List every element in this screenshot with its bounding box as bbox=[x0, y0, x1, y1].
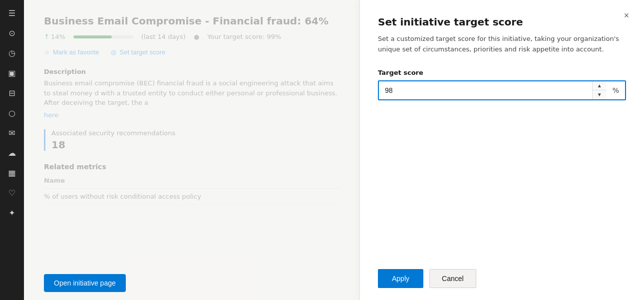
panel-title: Set initiative target score bbox=[378, 16, 626, 28]
panel-description: Set a customized target score for this i… bbox=[378, 34, 626, 55]
overlay bbox=[24, 0, 359, 300]
main-content: Business Email Compromise - Financial fr… bbox=[24, 0, 359, 300]
set-target-score-panel: × Set initiative target score Set a cust… bbox=[359, 0, 644, 300]
chart-icon[interactable]: ▦ bbox=[3, 164, 21, 182]
mail-icon[interactable]: ✉ bbox=[3, 124, 21, 142]
clock-icon[interactable]: ◷ bbox=[3, 44, 21, 62]
spinner-up-button[interactable]: ▲ bbox=[593, 81, 607, 90]
people-icon[interactable]: ⊙ bbox=[3, 24, 21, 42]
device-icon[interactable]: ▣ bbox=[3, 64, 21, 82]
spinner-controls: ▲ ▼ bbox=[592, 81, 607, 99]
panel-footer: Apply Cancel bbox=[378, 269, 626, 288]
user-icon[interactable]: ○ bbox=[3, 104, 21, 122]
bottom-bar: Open initiative page bbox=[24, 266, 359, 300]
spinner-down-button[interactable]: ▼ bbox=[593, 90, 607, 99]
target-score-input-group: ▲ ▼ % bbox=[378, 80, 626, 100]
close-button[interactable]: × bbox=[619, 8, 634, 23]
target-score-input[interactable] bbox=[379, 82, 592, 98]
puzzle-icon[interactable]: ✦ bbox=[3, 204, 21, 222]
field-label: Target score bbox=[378, 69, 626, 76]
cancel-button[interactable]: Cancel bbox=[429, 269, 476, 288]
heart-icon[interactable]: ♡ bbox=[3, 184, 21, 202]
sidebar: ☰ ⊙ ◷ ▣ ⊟ ○ ✉ ☁ ▦ ♡ ✦ bbox=[0, 0, 24, 300]
hamburger-icon[interactable]: ☰ bbox=[3, 4, 21, 22]
layer-icon[interactable]: ⊟ bbox=[3, 84, 21, 102]
open-initiative-button[interactable]: Open initiative page bbox=[44, 274, 126, 292]
percent-label: % bbox=[607, 86, 625, 94]
cloud-icon[interactable]: ☁ bbox=[3, 144, 21, 162]
apply-button[interactable]: Apply bbox=[378, 269, 423, 288]
